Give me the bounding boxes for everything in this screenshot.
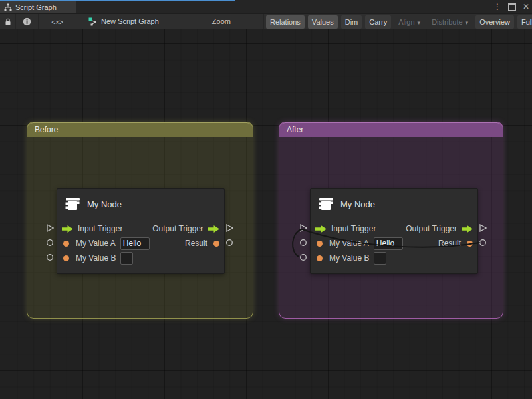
zoom-label: Zoom [212,17,231,25]
port-label: Output Trigger [152,224,203,233]
chevron-down-icon [415,18,421,26]
tab-strip: Script Graph ⋮ ✕ [0,0,532,13]
external-flow-output-port[interactable] [479,224,487,232]
port-label: My Value B [76,253,116,263]
value-a-input[interactable] [374,237,403,250]
port-label: Input Trigger [78,224,122,233]
flow-port-icon[interactable] [208,225,219,233]
group-title: Before [35,125,58,134]
external-value-port[interactable] [225,239,233,247]
flow-port-icon[interactable] [315,225,327,233]
value-port-icon[interactable] [213,241,219,247]
value-port-icon[interactable] [317,255,323,261]
external-value-port[interactable] [46,239,54,247]
group-before-header[interactable]: Before [27,122,253,137]
hierarchy-icon [4,3,12,11]
graph-icon [88,17,97,26]
port-label: My Value A [76,239,116,248]
node-my-node-before[interactable]: My Node Input Trigger My Value A My Valu… [57,188,225,274]
flow-port-icon[interactable] [62,225,73,233]
external-flow-input-port[interactable] [46,224,54,232]
port-label: Result [185,239,207,248]
port-label: Output Trigger [406,224,457,233]
toolbar-button-relations[interactable]: Relations [266,15,305,29]
port-label: My Value A [329,239,369,248]
toolbar-button-dim[interactable]: Dim [341,15,362,29]
chevron-down-icon [463,18,469,26]
external-value-port[interactable] [299,253,307,261]
unit-node-icon [317,196,334,213]
node-title: My Node [340,200,375,209]
external-value-port[interactable] [46,253,54,261]
lock-icon [4,17,12,26]
value-port-icon[interactable] [317,241,323,247]
group-after-header[interactable]: After [279,122,503,137]
unit-node-icon [64,196,81,213]
tab-title: Script Graph [15,3,57,11]
port-label: Input Trigger [331,224,376,233]
value-a-input[interactable] [120,237,150,250]
value-b-input[interactable] [120,252,133,265]
code-view-button[interactable] [39,14,76,29]
toolbar-button-fullscreen[interactable]: Full Scr [517,15,532,29]
kebab-menu-icon[interactable]: ⋮ [493,1,501,12]
flow-port-icon[interactable] [462,225,473,233]
tab-script-graph[interactable]: Script Graph [0,1,76,13]
node-my-node-after[interactable]: My Node Input Trigger My Value A My Valu… [310,188,478,274]
toolbar-button-carry[interactable]: Carry [365,15,391,29]
toolbar-button-distribute[interactable]: Distribute [428,15,472,29]
port-label: My Value B [329,253,369,263]
toolbar-button-values[interactable]: Values [308,15,338,29]
close-icon[interactable]: ✕ [523,1,529,12]
info-button[interactable] [16,14,39,29]
group-title: After [287,125,303,134]
graph-info-segment: New Script Graph Zoom [76,14,264,29]
info-icon [23,17,31,26]
external-flow-input-port[interactable] [299,224,307,232]
node-title: My Node [87,200,122,209]
lock-button[interactable] [0,14,16,29]
toolbar-button-align[interactable]: Align [394,15,424,29]
code-view-icon [51,15,63,27]
script-graph-window: Script Graph ⋮ ✕ [0,0,532,399]
value-port-icon[interactable] [63,255,69,261]
external-value-port[interactable] [479,239,487,247]
external-flow-output-port[interactable] [225,224,233,232]
graph-toolbar: New Script Graph Zoom 1x Relations Value… [0,13,532,29]
toolbar-button-overview[interactable]: Overview [475,15,514,29]
value-port-icon[interactable] [63,241,69,247]
external-value-port[interactable] [299,239,307,247]
graph-name: New Script Graph [101,17,159,25]
maximize-icon[interactable] [508,3,516,11]
value-b-input[interactable] [374,252,386,265]
port-label: Result [438,239,461,248]
toolbar-buttons: Relations Values Dim Carry Align Distrib… [266,15,532,29]
value-port-icon[interactable] [467,241,473,247]
